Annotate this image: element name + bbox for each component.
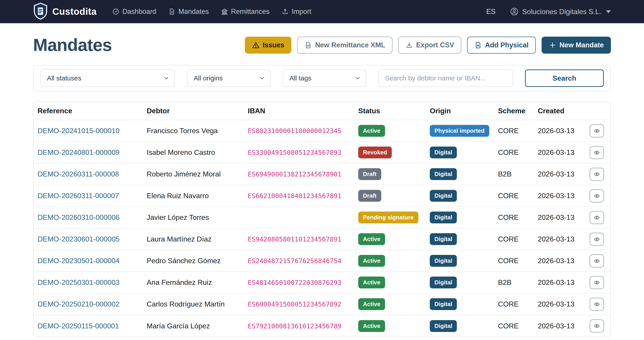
new-remittance-xml-button[interactable]: New Remittance XML xyxy=(297,37,392,54)
mandates-table-card: Reference Debtor IBAN Status Origin Sche… xyxy=(33,102,611,337)
reference-link[interactable]: DEMO-20250115-000001 xyxy=(38,322,119,330)
status-badge: Active xyxy=(358,233,385,245)
table-row: DEMO-20250210-000002 Carlos Rodríguez Ma… xyxy=(34,293,610,315)
view-mandate-button[interactable] xyxy=(590,189,604,202)
table-row: DEMO-20241015-000010 Francisco Torres Ve… xyxy=(34,120,610,142)
filter-bar: All statuses All origins All tags Search xyxy=(33,65,611,91)
view-mandate-button[interactable] xyxy=(590,211,604,224)
status-badge: Active xyxy=(358,277,385,288)
debtor-name: Roberto Jiménez Moral xyxy=(143,163,244,185)
view-mandate-button[interactable] xyxy=(590,146,604,159)
debtor-name: María García López xyxy=(143,315,244,337)
created-date: 2026-03-13 xyxy=(534,120,586,142)
eye-icon xyxy=(593,215,600,221)
nav-item-label: Mandates xyxy=(178,7,209,16)
nav-item-mandates[interactable]: Mandates xyxy=(168,7,209,16)
search-button[interactable]: Search xyxy=(525,69,604,87)
reference-link[interactable]: DEMO-20240801-000009 xyxy=(38,148,120,156)
export-csv-button[interactable]: Export CSV xyxy=(398,37,462,54)
bank-icon xyxy=(221,8,228,15)
reference-link[interactable]: DEMO-20260310-000006 xyxy=(38,213,120,221)
brand[interactable]: Custodita xyxy=(33,2,96,21)
language-switcher[interactable]: ES xyxy=(486,7,496,16)
eye-icon xyxy=(593,193,600,199)
scheme-value: CORE xyxy=(494,293,534,315)
iban-value: ES6000491500051234567892 xyxy=(248,301,342,308)
add-physical-button[interactable]: Add Physical xyxy=(467,37,536,54)
debtor-name: Pedro Sánchez Gómez xyxy=(143,250,244,272)
eye-icon xyxy=(593,150,600,155)
nav-item-remittances[interactable]: Remittances xyxy=(221,7,270,16)
view-mandate-button[interactable] xyxy=(590,233,604,246)
nav-right: ES Soluciones Digitales S.L. xyxy=(486,7,611,16)
top-navbar: Custodita Dashboard Mandates Remittances… xyxy=(0,0,644,23)
debtor-name: Francisco Torres Vega xyxy=(143,120,244,142)
user-circle-icon xyxy=(510,7,519,16)
issues-button[interactable]: Issues xyxy=(245,37,292,54)
reference-link[interactable]: DEMO-20250301-000003 xyxy=(38,278,120,286)
gauge-icon xyxy=(112,8,120,15)
status-badge: Active xyxy=(358,255,385,267)
file-code-icon xyxy=(304,41,312,49)
debtor-name: Laura Martínez Díaz xyxy=(143,228,244,250)
view-mandate-button[interactable] xyxy=(590,168,604,181)
account-menu[interactable]: Soluciones Digitales S.L. xyxy=(510,7,611,16)
reference-link[interactable]: DEMO-20250210-000002 xyxy=(38,300,120,308)
view-mandate-button[interactable] xyxy=(590,276,604,289)
tags-filter-select[interactable]: All tags xyxy=(283,69,366,87)
origin-badge: Digital xyxy=(430,212,457,223)
chevron-down-icon xyxy=(259,75,265,81)
eye-icon xyxy=(593,258,600,264)
origin-badge: Digital xyxy=(430,298,457,310)
document-icon xyxy=(168,8,176,15)
table-row: DEMO-20260311-000008 Roberto Jiménez Mor… xyxy=(34,163,610,185)
debtor-name: Javier López Torres xyxy=(143,207,244,228)
search-input[interactable] xyxy=(378,69,513,87)
nav-item-import[interactable]: Import xyxy=(282,7,311,16)
view-mandate-button[interactable] xyxy=(590,124,604,137)
table-row: DEMO-20230501-000004 Pedro Sánchez Gómez… xyxy=(34,250,610,272)
reference-link[interactable]: DEMO-20230601-000005 xyxy=(38,235,120,243)
scheme-value: B2B xyxy=(494,272,534,293)
new-mandate-button[interactable]: New Mandate xyxy=(542,37,611,54)
iban-value: ES8023100001180000012345 xyxy=(248,127,342,135)
iban-value: ES3300491500051234567893 xyxy=(248,149,342,156)
origin-badge: Digital xyxy=(430,190,457,202)
download-icon xyxy=(406,41,413,49)
table-row: DEMO-20260310-000006 Javier López Torres… xyxy=(34,207,610,228)
table-row: DEMO-20260311-000007 Elena Ruiz Navarro … xyxy=(34,185,610,207)
created-date: 2026-03-13 xyxy=(534,272,586,293)
created-date: 2026-03-13 xyxy=(534,293,586,315)
view-mandate-button[interactable] xyxy=(590,298,604,311)
nav-item-dashboard[interactable]: Dashboard xyxy=(112,7,156,16)
page-title: Mandates xyxy=(33,35,112,55)
col-origin: Origin xyxy=(426,102,494,120)
col-iban: IBAN xyxy=(244,102,354,120)
status-badge: Draft xyxy=(358,168,381,180)
iban-value: ES2404872157676256846754 xyxy=(248,257,342,265)
reference-link[interactable]: DEMO-20230501-000004 xyxy=(38,257,120,265)
status-badge: Active xyxy=(358,320,385,332)
scheme-value: B2B xyxy=(494,163,534,185)
mandates-table: Reference Debtor IBAN Status Origin Sche… xyxy=(34,102,610,337)
debtor-name: Elena Ruiz Navarro xyxy=(143,185,244,207)
eye-icon xyxy=(593,301,600,307)
nav-item-label: Import xyxy=(292,7,311,16)
reference-link[interactable]: DEMO-20260311-000007 xyxy=(38,192,119,200)
eye-icon xyxy=(593,171,600,177)
table-row: DEMO-20250301-000003 Ana Fernández Ruiz … xyxy=(34,272,610,293)
toolbar: Issues New Remittance XML Export CSV Add… xyxy=(245,37,611,54)
reference-link[interactable]: DEMO-20260311-000008 xyxy=(38,170,119,178)
view-mandate-button[interactable] xyxy=(590,320,604,333)
status-badge: Pending signature xyxy=(358,212,418,223)
status-filter-select[interactable]: All statuses xyxy=(40,69,175,87)
nav-links: Dashboard Mandates Remittances Import xyxy=(112,7,311,16)
origin-filter-select[interactable]: All origins xyxy=(187,69,270,87)
scheme-value: CORE xyxy=(494,142,534,163)
view-mandate-button[interactable] xyxy=(590,255,604,267)
col-created: Created xyxy=(534,102,586,120)
reference-link[interactable]: DEMO-20241015-000010 xyxy=(38,127,120,135)
origin-badge: Digital xyxy=(430,233,457,245)
origin-badge: Digital xyxy=(430,320,457,332)
status-badge: Draft xyxy=(358,190,381,202)
